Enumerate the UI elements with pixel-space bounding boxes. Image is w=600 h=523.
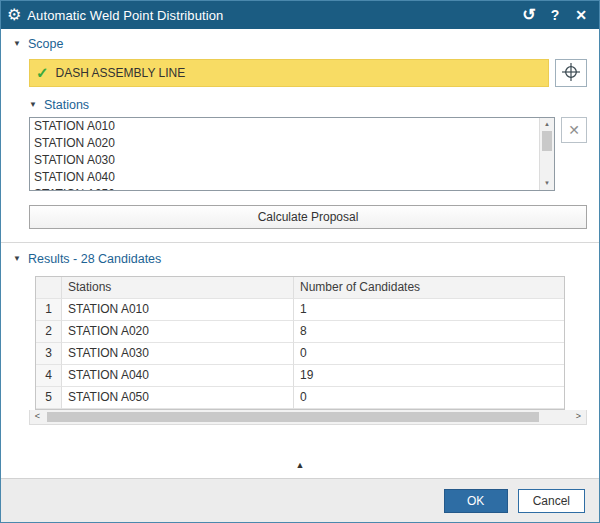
row-number: 1 (36, 299, 62, 321)
scroll-left-icon[interactable]: < (30, 410, 45, 424)
scope-selection[interactable]: ✓ DASH ASSEMBLY LINE (29, 59, 549, 87)
scroll-down-icon[interactable]: ▼ (540, 177, 554, 190)
column-header-stations[interactable]: Stations (62, 277, 294, 299)
stations-section-header[interactable]: ▼ Stations (29, 98, 587, 112)
close-icon[interactable]: ✕ (571, 1, 591, 29)
stations-vertical-scrollbar[interactable]: ▲ ▼ (539, 118, 554, 190)
crosshair-icon (561, 62, 581, 85)
scrollbar-track[interactable] (545, 410, 571, 424)
scope-label: Scope (28, 37, 63, 51)
results-label: Results - 28 Candidates (28, 252, 161, 266)
table-row-candidates[interactable]: 0 (294, 343, 564, 365)
scope-selection-label: DASH ASSEMBLY LINE (56, 66, 186, 80)
scroll-up-icon[interactable]: ▲ (540, 118, 554, 131)
table-row-station[interactable]: STATION A010 (62, 299, 294, 321)
cancel-button[interactable]: Cancel (518, 489, 585, 513)
row-number: 5 (36, 387, 62, 409)
remove-station-button[interactable]: ✕ (561, 117, 587, 143)
calculate-proposal-button[interactable]: Calculate Proposal (29, 205, 587, 229)
scope-section-header[interactable]: ▼ Scope (13, 37, 587, 51)
table-row-station[interactable]: STATION A020 (62, 321, 294, 343)
dialog-title: Automatic Weld Point Distribution (27, 8, 513, 23)
reset-icon[interactable]: ↺ (519, 1, 539, 29)
stations-listbox[interactable]: STATION A010 STATION A020 STATION A030 S… (29, 117, 555, 191)
table-row-candidates[interactable]: 1 (294, 299, 564, 321)
column-header-candidates[interactable]: Number of Candidates (294, 277, 564, 299)
section-divider (1, 242, 599, 243)
list-item[interactable]: STATION A010 (30, 118, 538, 135)
ok-button[interactable]: OK (444, 489, 508, 513)
scroll-right-icon[interactable]: > (571, 410, 586, 424)
gear-icon: ⚙ (7, 7, 21, 23)
table-row-station[interactable]: STATION A040 (62, 365, 294, 387)
dialog-body: ▼ Scope ✓ DASH ASSEMBLY LINE ▼ S (1, 29, 599, 478)
list-item[interactable]: STATION A050 (30, 186, 538, 191)
table-row-candidates[interactable]: 0 (294, 387, 564, 409)
row-number: 3 (36, 343, 62, 365)
stations-label: Stations (44, 98, 89, 112)
results-table: Stations Number of Candidates 1 STATION … (35, 276, 565, 410)
table-row-station[interactable]: STATION A050 (62, 387, 294, 409)
scope-selection-row: ✓ DASH ASSEMBLY LINE (29, 59, 587, 87)
row-number: 2 (36, 321, 62, 343)
table-row-candidates[interactable]: 19 (294, 365, 564, 387)
list-item[interactable]: STATION A030 (30, 152, 538, 169)
list-item[interactable]: STATION A040 (30, 169, 538, 186)
results-horizontal-scrollbar[interactable]: < > (29, 410, 587, 425)
select-object-button[interactable] (555, 59, 587, 87)
scrollbar-thumb[interactable] (47, 412, 539, 422)
help-icon[interactable]: ? (545, 1, 565, 29)
row-number: 4 (36, 365, 62, 387)
results-section-header[interactable]: ▼ Results - 28 Candidates (13, 252, 587, 266)
dialog-footer: OK Cancel (1, 478, 599, 522)
check-icon: ✓ (36, 64, 49, 82)
table-row-station[interactable]: STATION A030 (62, 343, 294, 365)
list-item[interactable]: STATION A020 (30, 135, 538, 152)
collapse-triangle-icon: ▼ (13, 40, 21, 48)
automatic-weld-point-distribution-dialog: ⚙ Automatic Weld Point Distribution ↺ ? … (0, 0, 600, 523)
titlebar: ⚙ Automatic Weld Point Distribution ↺ ? … (1, 1, 599, 29)
collapse-triangle-icon: ▼ (29, 101, 37, 109)
scrollbar-track[interactable] (540, 151, 554, 177)
table-row-candidates[interactable]: 8 (294, 321, 564, 343)
scrollbar-thumb[interactable] (542, 131, 552, 151)
corner-header-cell (36, 277, 62, 299)
stations-row: STATION A010 STATION A020 STATION A030 S… (29, 117, 587, 191)
stations-list: STATION A010 STATION A020 STATION A030 S… (30, 118, 554, 191)
collapse-triangle-icon: ▼ (13, 255, 21, 263)
dialog-collapse-handle[interactable]: ▲ (13, 454, 587, 478)
